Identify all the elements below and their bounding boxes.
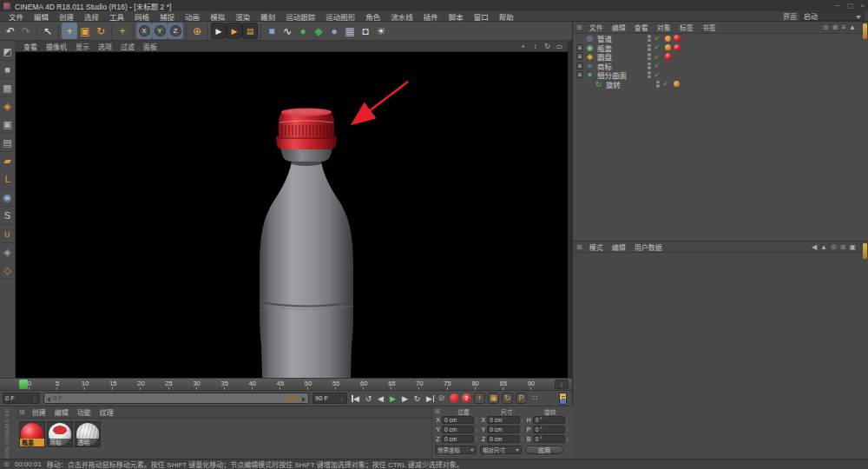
layout-select[interactable]: 启动 (800, 12, 865, 21)
deformer-menu[interactable]: ◆ (311, 23, 326, 39)
spinner-icon[interactable]: ↕ (33, 395, 37, 401)
play-backward-button[interactable]: ↺ (363, 393, 374, 405)
spinner-icon[interactable]: ↕ (521, 427, 525, 433)
viewport-menu-item[interactable]: 查看 (19, 42, 42, 51)
spinner-icon[interactable]: ↕ (566, 427, 570, 433)
floor-menu[interactable]: ▦ (342, 23, 358, 39)
viewport-menu-item[interactable]: 面板 (139, 42, 161, 51)
viewport-menu-item[interactable]: 选项 (94, 42, 116, 51)
visibility-dots[interactable] (648, 63, 651, 69)
primitive-cube-menu[interactable]: ■ (264, 23, 279, 39)
om-filter-icon[interactable]: ⊛ (832, 23, 838, 31)
menu-item[interactable]: 动画 (180, 11, 205, 22)
spinner-icon[interactable]: ↕ (521, 418, 525, 423)
layout-film-icon[interactable] (559, 393, 567, 405)
material-menu-item[interactable]: 功能 (73, 407, 95, 417)
object-manager-menu-item[interactable]: 对象 (653, 23, 675, 32)
size-input[interactable]: 0 cm (487, 426, 519, 433)
texture-mode-button[interactable]: ▦ (0, 79, 15, 97)
expander-icon[interactable]: + (576, 53, 583, 60)
material-menu-item[interactable]: 纹理 (95, 407, 118, 417)
object-manager-menu-item[interactable]: 标签 (675, 23, 698, 32)
coordinate-system-select[interactable]: 世界坐标 (435, 446, 477, 454)
goto-end-button[interactable]: ▶ (424, 393, 435, 405)
live-selection-tool[interactable]: ↖ (40, 23, 56, 39)
am-settings-icon[interactable]: ▣ (849, 243, 856, 251)
size-input[interactable]: 0 cm (487, 435, 519, 443)
menu-item[interactable]: 角色 (360, 11, 385, 22)
loop-button[interactable]: ↻ (411, 393, 423, 405)
material-tag-icon[interactable] (674, 44, 681, 51)
panel-grid-icon[interactable]: ⊞ (576, 243, 582, 251)
object-manager-menu-item[interactable]: 查看 (630, 23, 653, 32)
last-used-tool[interactable]: + (115, 23, 130, 39)
material-tag-icon[interactable] (674, 35, 681, 42)
enabled-check-icon[interactable]: ✓ (654, 35, 661, 43)
record-pla-toggle[interactable]: ∷ (529, 393, 541, 404)
previous-key-button[interactable]: ◀ (375, 393, 386, 405)
attribute-manager-menu-item[interactable]: 用户数据 (630, 242, 667, 252)
visibility-dots[interactable] (648, 35, 651, 42)
material-swatch[interactable]: 瓶盖 (19, 421, 45, 447)
position-input[interactable]: 0 cm (442, 426, 474, 433)
spinner-icon[interactable]: ↕ (521, 437, 525, 442)
record-scale-toggle[interactable]: ▣ (488, 393, 499, 404)
viewport-menu-item[interactable]: 显示 (71, 42, 94, 51)
position-input[interactable]: 0 cm (442, 435, 474, 443)
material-menu-item[interactable]: 创建 (28, 407, 50, 417)
viewport-menu-item[interactable]: 摄像机 (42, 42, 71, 51)
timeline-range-slider[interactable]: 0 F 90 F (43, 393, 309, 404)
phong-tag-icon[interactable] (674, 81, 680, 87)
magnet-tool-button[interactable]: ∪ (0, 225, 15, 243)
viewport-canvas[interactable] (16, 52, 568, 378)
goto-start-button[interactable]: ◀ (351, 393, 362, 405)
phong-tag-icon[interactable] (665, 36, 671, 42)
spline-pen-menu[interactable]: ∿ (279, 23, 295, 39)
view-zoom-icon[interactable]: ↕ (530, 43, 540, 50)
enabled-check-icon[interactable]: ✓ (654, 53, 661, 61)
position-input[interactable]: 0 cm (442, 416, 474, 424)
visibility-dots[interactable] (648, 71, 651, 78)
end-frame-field[interactable]: 90 F ↕ (312, 393, 347, 404)
render-view-button[interactable]: ▶ (211, 23, 227, 39)
size-mode-select[interactable]: 相对尺寸 (480, 446, 522, 454)
expander-icon[interactable]: + (576, 44, 583, 51)
size-input[interactable]: 0 cm (487, 416, 519, 424)
model-mode-button[interactable]: ■ (0, 61, 15, 79)
spinner-icon[interactable]: ↕ (566, 437, 570, 442)
autokey-button[interactable] (450, 393, 459, 403)
expander-icon[interactable]: + (576, 71, 583, 78)
material-swatch[interactable]: 透明 (75, 421, 101, 447)
material-menu-item[interactable]: 编辑 (50, 407, 73, 417)
menu-item[interactable]: 运动图形 (320, 11, 360, 22)
spinner-icon[interactable]: ↕ (340, 395, 345, 401)
camera-menu[interactable]: ◘ (358, 23, 373, 39)
move-tool[interactable]: + (62, 23, 77, 39)
x-axis-lock[interactable]: X (136, 23, 152, 39)
menu-item[interactable]: 帮助 (494, 11, 519, 22)
menu-item[interactable]: 窗口 (469, 11, 494, 22)
panel-grid-icon[interactable]: ⊞ (435, 408, 440, 415)
object-manager-menu-item[interactable]: 文件 (585, 23, 608, 32)
rotation-input[interactable]: 0 ° (533, 435, 565, 443)
menu-item[interactable]: 创建 (54, 11, 79, 22)
menu-item[interactable]: 模拟 (205, 11, 230, 22)
menu-item[interactable]: 流水线 (385, 11, 418, 22)
render-settings-button[interactable]: ▤ (242, 23, 258, 39)
visibility-dots[interactable] (648, 44, 651, 51)
y-axis-lock[interactable]: Y (152, 23, 168, 39)
snap-toggle-button[interactable]: S (0, 207, 15, 225)
play-button[interactable]: ▶ (387, 393, 398, 405)
snap-settings-button[interactable]: ◇ (0, 261, 15, 280)
enabled-check-icon[interactable]: ✓ (654, 71, 661, 79)
enabled-check-icon[interactable]: ✓ (654, 43, 661, 51)
enabled-check-icon[interactable]: ✓ (654, 62, 661, 69)
timeline-ruler[interactable]: 051015202530354045505560657075808590 ↕ (0, 378, 572, 390)
menu-item[interactable]: 编辑 (29, 11, 54, 22)
axis-mode-button[interactable]: L (0, 170, 15, 188)
points-mode-button[interactable]: ▣ (0, 116, 15, 134)
phong-tag-icon[interactable] (665, 44, 671, 50)
visibility-dots[interactable] (656, 81, 660, 88)
record-parameter-toggle[interactable]: P (516, 393, 527, 404)
close-button[interactable]: × (860, 2, 865, 10)
